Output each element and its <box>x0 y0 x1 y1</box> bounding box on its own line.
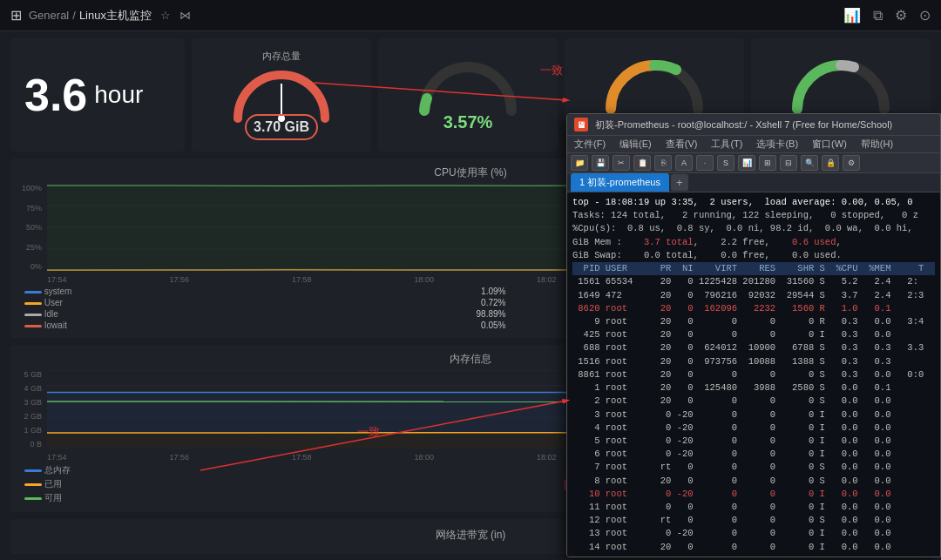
menu-file[interactable]: 文件(F) <box>574 138 606 151</box>
terminal-line-p15: 7 root rt 0 0 0 0 S 0.0 0.0 <box>572 461 935 474</box>
gauge2-card: 3.57% <box>378 38 558 152</box>
terminal-line-p6: 688 root 20 0 624012 10900 6788 S 0.3 0.… <box>572 341 935 354</box>
terminal-line-p3: 8620 root 20 0 162096 2232 1560 R 1.0 0.… <box>572 302 935 315</box>
breadcrumb: General / Linux主机监控 ☆ ⋈ <box>29 8 191 24</box>
breadcrumb-general: General <box>29 9 69 22</box>
xshell-menubar[interactable]: 文件(F) 编辑(E) 查看(V) 工具(T) 选项卡(B) 窗口(W) 帮助(… <box>567 136 940 153</box>
terminal-line-p13: 5 root 0 -20 0 0 0 I 0.0 0.0 <box>572 435 935 448</box>
terminal-line-p17: 10 root 0 -20 0 0 0 I 0.0 0.0 <box>572 488 935 501</box>
terminal-line-p7: 1516 root 20 0 973756 10088 1388 S 0.3 0… <box>572 355 935 368</box>
user-icon[interactable]: ⊙ <box>919 7 931 24</box>
memory-total-label: 内存总量 <box>262 50 301 63</box>
terminal-line-p1: 1561 65534 20 0 1225428 201280 31560 S 5… <box>572 275 935 288</box>
toolbar-btn-4[interactable]: 📋 <box>633 155 651 171</box>
terminal-header: PID USER PR NI VIRT RES SHR S %CPU %MEM … <box>572 262 935 275</box>
xshell-terminal[interactable]: top - 18:08:19 up 3:35, 2 users, load av… <box>567 192 940 557</box>
gear-icon[interactable]: ⚙ <box>895 7 907 24</box>
memory-total-card: 内存总量 3.70 GiB <box>192 38 371 152</box>
memory-total-value: 3.70 GiB <box>245 114 318 140</box>
legend-iowait: Iowait <box>44 320 67 330</box>
terminal-line-p9: 1 root 20 0 125480 3988 2580 S 0.0 0.1 <box>572 381 935 395</box>
xshell-window: 🖥 初装-Prometheus - root@localhost:/ - Xsh… <box>566 113 941 557</box>
time-unit: hour <box>94 81 143 109</box>
terminal-line-1: Tasks: 124 total, 2 running, 122 sleepin… <box>572 209 935 222</box>
terminal-line-p22: 15 root 20 0 0 0 0 I 0.0 0.0 <box>572 554 935 557</box>
legend-avail-mem: 可用 <box>44 493 62 503</box>
terminal-line-p21: 14 root 20 0 0 0 0 I 0.0 0.0 <box>572 541 935 554</box>
terminal-line-p8: 8861 root 20 0 0 0 0 S 0.3 0.0 0:0 <box>572 368 935 381</box>
share-icon[interactable]: ⋈ <box>179 9 191 22</box>
toolbar-btn-13[interactable]: 🔒 <box>822 155 839 171</box>
toolbar-btn-6[interactable]: A <box>675 155 693 171</box>
network-title: 网络进带宽 (in) <box>436 528 506 543</box>
terminal-line-p12: 4 root 0 -20 0 0 0 I 0.0 0.0 <box>572 422 935 435</box>
menu-tools[interactable]: 工具(T) <box>711 138 742 151</box>
toolbar-btn-2[interactable]: 💾 <box>592 155 609 171</box>
terminal-line-p19: 12 root rt 0 0 0 0 S 0.0 0.0 <box>572 514 935 527</box>
terminal-line-2: %Cpu(s): 0.8 us, 0.8 sy, 0.0 ni, 98.2 id… <box>572 222 935 235</box>
breadcrumb-sep: / <box>72 9 76 22</box>
terminal-line-3: GiB Mem : 3.7 total, 2.2 free, 0.6 used, <box>572 236 935 249</box>
gauge3-svg <box>602 57 707 118</box>
toolbar-btn-8[interactable]: S <box>717 155 735 171</box>
menu-view[interactable]: 查看(V) <box>666 138 698 151</box>
legend-total-mem: 总内存 <box>44 465 71 475</box>
terminal-line-p14: 6 root 0 -20 0 0 0 I 0.0 0.0 <box>572 448 935 461</box>
terminal-line-p16: 8 root 20 0 0 0 0 S 0.0 0.0 <box>572 475 935 488</box>
terminal-line-p20: 13 root 0 -20 0 0 0 I 0.0 0.0 <box>572 527 935 540</box>
toolbar-btn-9[interactable]: 📊 <box>738 155 755 171</box>
menu-edit[interactable]: 编辑(E) <box>619 138 652 151</box>
gauge2-svg <box>416 58 520 119</box>
toolbar-btn-11[interactable]: ⊟ <box>780 155 797 171</box>
toolbar-btn-14[interactable]: ⚙ <box>843 155 860 171</box>
legend-idle: Idle <box>44 309 58 319</box>
toolbar-btn-12[interactable]: 🔍 <box>801 155 818 171</box>
gauge4-svg <box>789 57 893 118</box>
xshell-toolbar: 📁 💾 ✂ 📋 ⎘ A · S 📊 ⊞ ⊟ 🔍 🔒 ⚙ <box>567 153 940 173</box>
terminal-line-p11: 3 root 0 -20 0 0 0 I 0.0 0.0 <box>572 408 935 422</box>
terminal-line-4: GiB Swap: 0.0 total, 0.0 free, 0.0 used. <box>572 249 935 262</box>
time-metric: 3.6 hour <box>10 38 185 152</box>
legend-system: system <box>44 287 72 296</box>
gauge2-value: 3.57% <box>443 112 493 132</box>
toolbar-btn-10[interactable]: ⊞ <box>759 155 776 171</box>
legend-user: User <box>44 298 63 307</box>
terminal-line-p4: 9 root 20 0 0 0 0 R 0.3 0.0 3:4 <box>572 315 935 328</box>
terminal-line-p18: 11 root 0 0 0 0 0 I 0.0 0.0 <box>572 501 935 514</box>
topbar: ⊞ General / Linux主机监控 ☆ ⋈ 📊 ⧉ ⚙ ⊙ <box>0 0 941 31</box>
toolbar-btn-5[interactable]: ⎘ <box>654 155 672 171</box>
breadcrumb-page: Linux主机监控 <box>79 8 152 24</box>
xshell-tab-plus[interactable]: + <box>671 174 688 191</box>
cpu-y-axis: 100%75%50%25%0% <box>17 184 44 271</box>
xshell-app-icon: 🖥 <box>574 118 588 132</box>
mem-y-axis: 5 GB4 GB3 GB2 GB1 GB0 B <box>17 370 44 449</box>
xshell-tabs: 1 初装-prometheus + <box>567 173 940 192</box>
toolbar-btn-7[interactable]: · <box>696 155 714 171</box>
xshell-title: 初装-Prometheus - root@localhost:/ - Xshel… <box>595 118 892 132</box>
menu-window[interactable]: 窗口(W) <box>812 138 847 151</box>
terminal-line-0: top - 18:08:19 up 3:35, 2 users, load av… <box>572 196 935 209</box>
toolbar-btn-3[interactable]: ✂ <box>613 155 630 171</box>
time-value: 3.6 <box>24 69 87 121</box>
menu-tabs[interactable]: 选项卡(B) <box>756 138 798 151</box>
toolbar-btn-1[interactable]: 📁 <box>571 155 588 171</box>
bar-chart-icon[interactable]: 📊 <box>843 7 861 24</box>
grid-icon: ⊞ <box>10 7 22 24</box>
star-icon[interactable]: ☆ <box>160 9 171 22</box>
xshell-icon-text: 🖥 <box>577 120 586 130</box>
topbar-right: 📊 ⧉ ⚙ ⊙ <box>843 7 931 24</box>
terminal-line-p10: 2 root 20 0 0 0 0 S 0.0 0.0 <box>572 395 935 408</box>
terminal-line-p2: 1649 472 20 0 796216 92032 29544 S 3.7 2… <box>572 289 935 302</box>
legend-used-mem: 已用 <box>44 479 62 489</box>
topbar-left: ⊞ General / Linux主机监控 ☆ ⋈ <box>10 7 191 24</box>
terminal-line-p5: 425 root 20 0 0 0 0 I 0.3 0.0 <box>572 328 935 341</box>
copy-icon[interactable]: ⧉ <box>873 8 883 24</box>
xshell-titlebar: 🖥 初装-Prometheus - root@localhost:/ - Xsh… <box>567 114 940 136</box>
menu-help[interactable]: 帮助(H) <box>861 138 893 151</box>
xshell-tab-1[interactable]: 1 初装-prometheus <box>571 173 669 192</box>
